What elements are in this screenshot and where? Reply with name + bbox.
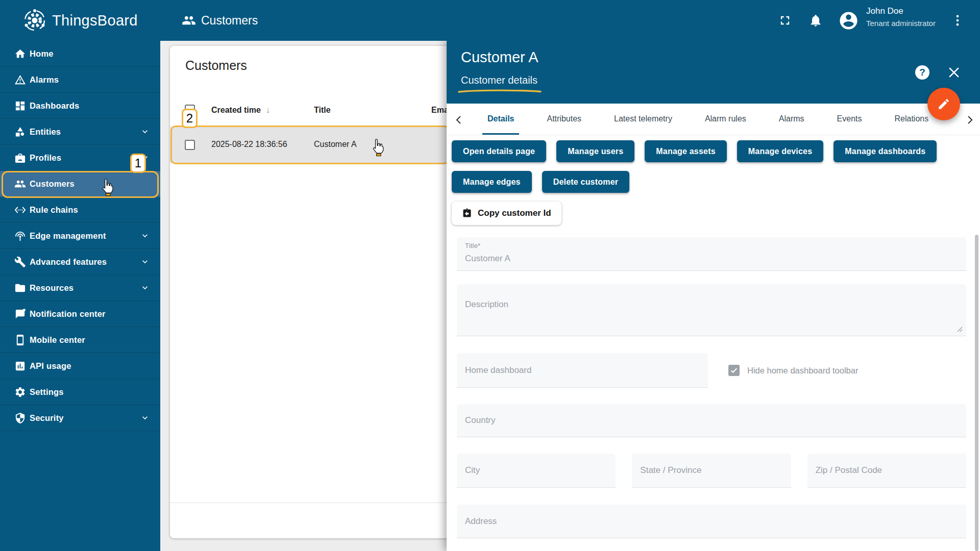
- checkbox-checked-icon[interactable]: [728, 365, 740, 376]
- city-input[interactable]: [457, 454, 616, 487]
- sidebar-item-home[interactable]: Home: [0, 41, 160, 67]
- sidebar-item-customers[interactable]: Customers: [0, 171, 160, 197]
- sidebar-item-label: Rule chains: [30, 205, 152, 215]
- zip-input[interactable]: [807, 454, 966, 487]
- address-input[interactable]: [457, 505, 966, 538]
- sidebar-item-label: Alarms: [30, 75, 152, 85]
- delete-customer-button[interactable]: Delete customer: [542, 171, 630, 193]
- home-dashboard-input[interactable]: [457, 353, 708, 387]
- sidebar-item-dashboards[interactable]: Dashboards: [0, 93, 160, 119]
- row-checkbox[interactable]: [185, 140, 195, 150]
- sidebar-item-resources[interactable]: Resources: [0, 275, 160, 301]
- state-input[interactable]: [632, 454, 791, 487]
- customer-details-panel: Customer A Customer details ? DetailsAtt…: [447, 41, 980, 551]
- notifications-bell-icon[interactable]: [808, 13, 823, 28]
- user-avatar[interactable]: [838, 10, 859, 31]
- tab-attributes[interactable]: Attributes: [530, 104, 598, 135]
- copy-customer-id-button[interactable]: Copy customer Id: [452, 202, 561, 225]
- sidebar-item-notification-center[interactable]: Notification center: [0, 301, 160, 327]
- more-vert-icon[interactable]: [950, 13, 965, 28]
- title-field: Title*: [457, 237, 966, 271]
- sidebar-item-label: Profiles: [30, 153, 140, 163]
- panel-title: Customer A: [461, 49, 538, 66]
- help-icon[interactable]: ?: [915, 65, 929, 80]
- tab-bar: DetailsAttributesLatest telemetryAlarm r…: [447, 104, 980, 135]
- home-dashboard-field: [457, 353, 708, 388]
- page-title: Customers: [201, 14, 258, 28]
- chevron-down-icon: [140, 257, 150, 267]
- action-buttons: Open details pageManage usersManage asse…: [447, 135, 980, 193]
- sidebar-item-label: API usage: [30, 361, 152, 371]
- panel-subtitle: Customer details: [461, 74, 537, 86]
- advanced-features-icon: [14, 256, 26, 268]
- manage-assets-button[interactable]: Manage assets: [645, 140, 726, 162]
- sidebar-item-settings[interactable]: Settings: [0, 379, 160, 405]
- clipboard-copy-icon: [462, 208, 472, 218]
- panel-header: Customer A Customer details ?: [447, 41, 980, 104]
- panel-scrollbar[interactable]: [975, 235, 978, 551]
- fullscreen-icon[interactable]: [778, 13, 792, 28]
- row-created-time: 2025-08-22 18:36:56: [211, 140, 287, 149]
- open-details-page-button[interactable]: Open details page: [452, 140, 546, 162]
- mobile-icon: [14, 334, 26, 346]
- security-icon: [14, 412, 26, 424]
- row-title: Customer A: [314, 140, 357, 149]
- warning-icon: [14, 74, 26, 86]
- sidebar-item-edge-management[interactable]: Edge management: [0, 223, 160, 249]
- sidebar-item-security[interactable]: Security: [0, 405, 160, 431]
- description-textarea[interactable]: [457, 284, 966, 336]
- edge-management-icon: [14, 230, 26, 242]
- sidebar-item-advanced-features[interactable]: Advanced features: [0, 249, 160, 275]
- dashboards-icon: [14, 100, 26, 112]
- sidebar-item-alarms[interactable]: Alarms: [0, 67, 160, 93]
- tabs-scroll-right-icon[interactable]: [964, 114, 976, 126]
- rule-chains-icon: [14, 204, 26, 216]
- sidebar-item-label: Advanced features: [30, 257, 140, 267]
- sidebar-item-label: Entities: [30, 127, 140, 137]
- manage-users-button[interactable]: Manage users: [556, 140, 634, 162]
- manage-edges-button[interactable]: Manage edges: [452, 171, 532, 193]
- title-label: Title*: [465, 242, 958, 249]
- tab-events[interactable]: Events: [821, 104, 878, 135]
- edit-pencil-fab[interactable]: [927, 88, 960, 120]
- user-name: John Doe: [866, 6, 903, 16]
- sidebar-item-entities[interactable]: Entities: [0, 119, 160, 145]
- sidebar-item-mobile-center[interactable]: Mobile center: [0, 327, 160, 353]
- tab-latest-telemetry[interactable]: Latest telemetry: [598, 104, 689, 135]
- sidebar-item-rule-chains[interactable]: Rule chains: [0, 197, 160, 223]
- manage-devices-button[interactable]: Manage devices: [737, 140, 824, 162]
- manage-dashboards-button[interactable]: Manage dashboards: [834, 140, 937, 162]
- country-field: [457, 404, 966, 437]
- sidebar-item-api-usage[interactable]: API usage: [0, 353, 160, 379]
- column-header-title[interactable]: Title: [314, 106, 331, 115]
- customer-form: Title* Hide home dashboard toolbar: [447, 225, 980, 538]
- tab-details[interactable]: Details: [471, 104, 530, 135]
- chevron-down-icon: [140, 153, 150, 163]
- customers-icon: [14, 178, 26, 190]
- settings-icon: [14, 386, 26, 398]
- title-input[interactable]: [465, 251, 958, 267]
- zip-field: [807, 454, 966, 488]
- tab-alarms[interactable]: Alarms: [763, 104, 821, 135]
- address-field: [457, 505, 966, 538]
- resize-handle-icon[interactable]: [957, 326, 963, 332]
- sort-desc-icon[interactable]: ↓: [266, 106, 270, 114]
- select-all-checkbox[interactable]: [185, 105, 195, 115]
- city-field: [457, 454, 616, 488]
- sidebar-item-label: Resources: [30, 283, 140, 293]
- sidebar-item-label: Security: [30, 413, 140, 423]
- customers-breadcrumb-icon: [182, 13, 196, 28]
- resources-icon: [14, 282, 26, 294]
- entities-icon: [14, 126, 26, 138]
- tabs-scroll-left-icon[interactable]: [453, 114, 465, 126]
- user-role: Tenant administrator: [866, 19, 936, 28]
- chevron-down-icon: [140, 283, 150, 293]
- country-input[interactable]: [457, 404, 966, 437]
- state-field: [632, 454, 791, 488]
- hide-toolbar-checkbox-group[interactable]: Hide home dashboard toolbar: [728, 365, 858, 376]
- description-field: [457, 284, 966, 336]
- close-icon[interactable]: [947, 65, 961, 80]
- sidebar-item-profiles[interactable]: Profiles: [0, 145, 160, 171]
- tab-alarm-rules[interactable]: Alarm rules: [689, 104, 763, 135]
- column-header-created-time[interactable]: Created time↓: [211, 106, 270, 115]
